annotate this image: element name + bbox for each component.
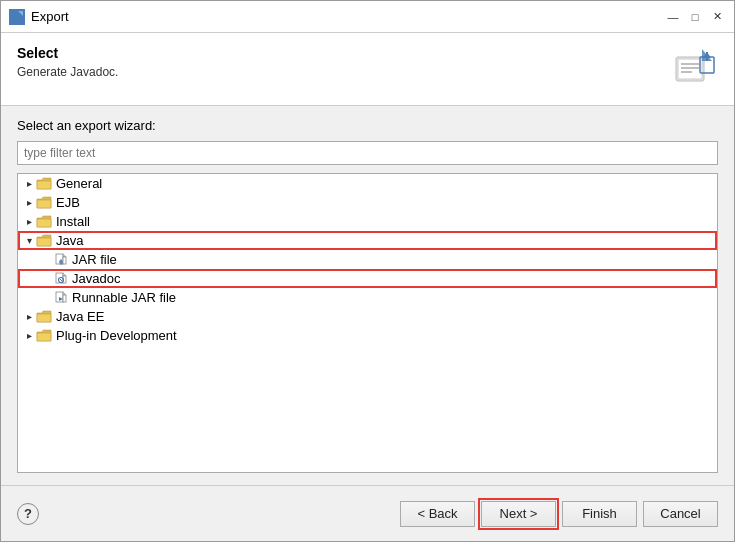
folder-icon-java-ee (36, 310, 52, 324)
tree-arrow-jar (40, 253, 54, 267)
label-runnable-jar: Runnable JAR file (72, 290, 176, 305)
title-bar-left: Export (9, 9, 69, 25)
svg-rect-13 (63, 257, 66, 264)
tree-arrow-java-ee (22, 310, 36, 324)
tree-item-java[interactable]: Java (18, 231, 717, 250)
svg-rect-3 (678, 59, 702, 79)
tree-item-jar-file[interactable]: JAR file (18, 250, 717, 269)
folder-icon-plugin-dev (36, 329, 52, 343)
jar-file-icon (54, 253, 68, 267)
minimize-button[interactable]: — (664, 8, 682, 26)
close-button[interactable]: ✕ (708, 8, 726, 26)
svg-rect-23 (63, 295, 66, 302)
window-icon (9, 9, 25, 25)
next-button[interactable]: Next > (481, 501, 556, 527)
content-section: Select an export wizard: General (1, 106, 734, 485)
tree-item-java-ee[interactable]: Java EE (18, 307, 717, 326)
tree-arrow-ejb (22, 196, 36, 210)
label-plugin-dev: Plug-in Development (56, 328, 177, 343)
tree-item-javadoc[interactable]: Javadoc (18, 269, 717, 288)
filter-input[interactable] (17, 141, 718, 165)
folder-icon-general (36, 177, 52, 191)
label-javadoc: Javadoc (72, 271, 120, 286)
label-jar-file: JAR file (72, 252, 117, 267)
window-controls: — □ ✕ (664, 8, 726, 26)
header-icon (670, 45, 718, 93)
title-bar: Export — □ ✕ (1, 1, 734, 33)
svg-marker-22 (63, 292, 66, 295)
label-install: Install (56, 214, 90, 229)
label-ejb: EJB (56, 195, 80, 210)
tree-arrow-general (22, 177, 36, 191)
help-button[interactable]: ? (17, 503, 39, 525)
svg-marker-17 (63, 273, 66, 276)
tree-arrow-runnable (40, 291, 54, 305)
back-button[interactable]: < Back (400, 501, 475, 527)
folder-icon-install (36, 215, 52, 229)
tree-item-ejb[interactable]: EJB (18, 193, 717, 212)
tree-arrow-install (22, 215, 36, 229)
header-section: Select Generate Javadoc. (1, 33, 734, 106)
footer-left: ? (17, 503, 39, 525)
header-text: Select Generate Javadoc. (17, 45, 118, 79)
tree-arrow-javadoc (40, 272, 54, 286)
cancel-button[interactable]: Cancel (643, 501, 718, 527)
label-general: General (56, 176, 102, 191)
tree-arrow-plugin-dev (22, 329, 36, 343)
footer-section: ? < Back Next > Finish Cancel (1, 485, 734, 541)
tree-container[interactable]: General EJB (17, 173, 718, 473)
export-wizard-icon (672, 47, 716, 91)
maximize-button[interactable]: □ (686, 8, 704, 26)
runnable-jar-icon (54, 291, 68, 305)
label-java-ee: Java EE (56, 309, 104, 324)
label-java: Java (56, 233, 83, 248)
header-subtitle: Generate Javadoc. (17, 65, 118, 79)
tree-item-install[interactable]: Install (18, 212, 717, 231)
svg-marker-12 (63, 254, 66, 257)
window-title: Export (31, 9, 69, 24)
export-dialog: Export — □ ✕ Select Generate Javadoc. (0, 0, 735, 542)
tree-item-runnable-jar[interactable]: Runnable JAR file (18, 288, 717, 307)
svg-rect-0 (11, 13, 21, 21)
tree-item-plugin-dev[interactable]: Plug-in Development (18, 326, 717, 345)
tree-item-general[interactable]: General (18, 174, 717, 193)
footer-buttons: < Back Next > Finish Cancel (400, 501, 718, 527)
header-title: Select (17, 45, 118, 61)
tree-arrow-java (22, 234, 36, 248)
javadoc-icon (54, 272, 68, 286)
folder-icon-java (36, 234, 52, 248)
filter-label: Select an export wizard: (17, 118, 718, 133)
folder-icon-ejb (36, 196, 52, 210)
finish-button[interactable]: Finish (562, 501, 637, 527)
